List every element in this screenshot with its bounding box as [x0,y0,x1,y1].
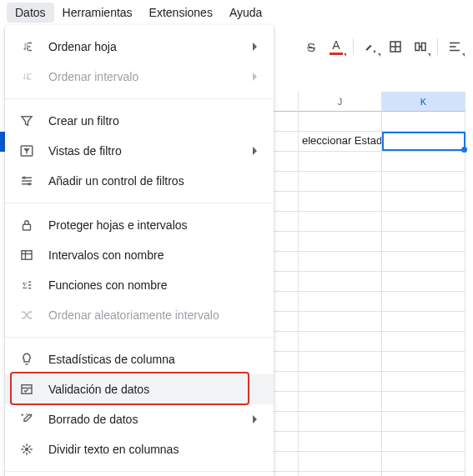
menu-item-label: Intervalos con nombre [48,248,257,262]
menubar-item-herramientas[interactable]: Herramientas [54,3,141,23]
menu-item-sort-sheet[interactable]: Ordenar hoja [5,32,274,62]
chevron-down-icon [378,53,380,57]
menu-item-shuffle: Ordenar aleatoriamente intervalo [5,300,274,330]
cell[interactable] [299,312,382,332]
strikethrough-button[interactable]: S [299,35,323,58]
cell[interactable] [299,392,382,412]
cell[interactable] [382,472,465,476]
cell[interactable] [382,432,465,452]
menu-item-lock[interactable]: Proteger hojas e intervalos [5,210,274,240]
merge-icon [413,39,428,54]
borders-button[interactable] [384,35,407,58]
cell[interactable] [299,232,382,252]
cell[interactable] [382,352,465,372]
menu-item-filter-views[interactable]: Vistas de filtro [5,136,274,166]
submenu-arrow-icon [253,415,257,423]
cell[interactable] [299,152,382,172]
slicer-icon [18,173,35,189]
svg-rect-4 [22,251,32,260]
merge-cells-button[interactable] [409,35,432,58]
toolbar: S A [296,33,470,60]
fill-color-button[interactable] [359,35,382,58]
menu-item-label: Vistas de filtro [48,144,246,158]
menu-item-label: Funciones con nombre [48,278,257,292]
cell[interactable] [382,112,465,132]
cell[interactable] [299,112,382,132]
cell[interactable] [382,412,465,432]
menu-item-label: Crear un filtro [48,114,257,128]
toolbar-separator [353,38,354,55]
menu-item-slicer[interactable]: Añadir un control de filtros [5,166,274,196]
svg-rect-2 [28,183,31,185]
cell[interactable] [299,412,382,432]
datos-dropdown-menu: Ordenar hojaOrdenar intervaloCrear un fi… [5,25,274,476]
menubar-item-ayuda[interactable]: Ayuda [221,3,270,23]
cell[interactable] [299,272,382,292]
cell[interactable] [382,152,465,172]
menu-item-bulb[interactable]: Estadísticas de columna [5,344,274,374]
menu-item-named-fn[interactable]: ΣFunciones con nombre [5,270,274,300]
validation-icon [18,381,35,398]
column-header-j[interactable]: J [299,92,382,112]
horizontal-align-button[interactable] [443,35,466,58]
cell[interactable] [299,292,382,312]
cell[interactable] [382,292,465,312]
svg-rect-1 [23,177,26,179]
cell[interactable] [382,312,465,332]
column-header-k[interactable]: K [382,92,465,112]
menu-item-sort-range: Ordenar intervalo [5,62,274,92]
menu-item-label: Proteger hojas e intervalos [48,218,257,232]
submenu-arrow-icon [253,43,257,51]
menubar-item-extensiones[interactable]: Extensiones [141,3,221,23]
cell[interactable] [382,372,465,392]
menu-item-named-range[interactable]: Intervalos con nombre [5,240,274,270]
cell[interactable] [299,192,382,212]
menu-item-cleanup[interactable]: Borrado de datos [5,404,274,434]
paint-bucket-icon [363,39,378,54]
menu-item-label: Dividir texto en columnas [48,443,257,456]
svg-rect-6 [22,385,32,394]
menu-item-label: Validación de datos [48,383,257,396]
cell[interactable] [299,332,382,352]
cell[interactable] [382,272,465,292]
cell[interactable] [299,472,382,476]
chevron-down-icon [344,53,346,57]
cell[interactable] [299,252,382,272]
cell[interactable] [299,172,382,192]
text-color-button[interactable]: A [325,35,348,58]
svg-rect-3 [23,224,31,230]
menu-item-split[interactable]: Dividir texto en columnas [5,434,274,464]
menu-divider [5,203,274,203]
cell[interactable] [299,452,382,472]
cell[interactable]: eleccionar Estado [299,132,382,152]
menu-item-label: Añadir un control de filtros [48,174,257,188]
sort-sheet-icon [18,38,35,55]
submenu-arrow-icon [253,147,257,155]
cell[interactable] [299,212,382,232]
menu-item-filter[interactable]: Crear un filtro [5,106,274,136]
cell[interactable] [382,252,465,272]
chevron-down-icon [462,53,465,57]
cell[interactable] [382,212,465,232]
cell[interactable] [382,192,465,212]
cell[interactable] [382,232,465,252]
cell[interactable] [299,352,382,372]
menu-item-validation[interactable]: Validación de datos [5,374,274,404]
shuffle-icon [18,307,35,323]
menu-divider [5,471,274,472]
cell[interactable] [299,372,382,392]
cell[interactable] [382,332,465,352]
menubar-item-datos[interactable]: Datos [7,3,54,23]
cell[interactable] [382,392,465,412]
filter-views-icon [18,143,35,159]
cell[interactable] [382,452,465,472]
menu-item-label: Estadísticas de columna [48,353,257,366]
cell[interactable] [382,172,465,192]
cell[interactable] [382,132,465,152]
chevron-down-icon [428,53,430,57]
submenu-arrow-icon [253,73,257,81]
cleanup-icon [18,411,35,428]
split-icon [18,441,35,458]
cell[interactable] [299,432,382,452]
toolbar-separator [437,38,438,55]
